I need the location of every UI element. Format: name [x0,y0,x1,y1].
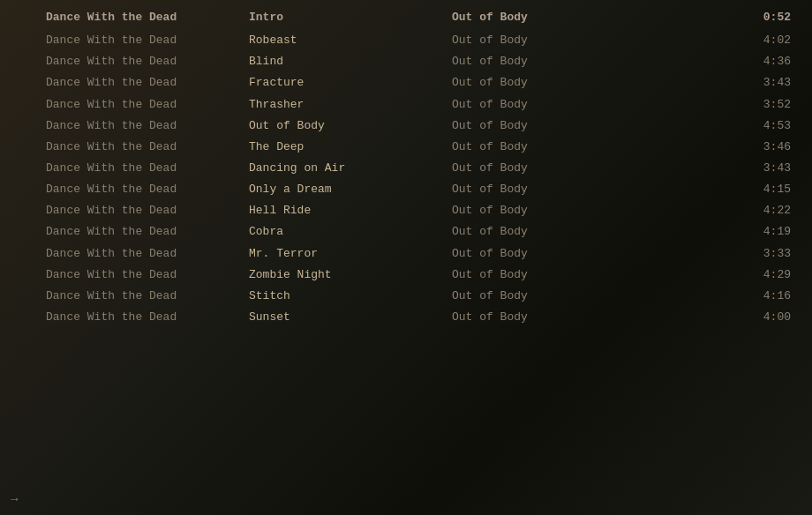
track-artist: Dance With the Dead [46,181,249,198]
track-list-header: Dance With the Dead Intro Out of Body 0:… [0,7,812,30]
track-artist: Dance With the Dead [46,309,249,326]
header-album: Out of Body [452,9,646,26]
track-row[interactable]: Dance With the DeadDancing on AirOut of … [0,158,812,179]
track-title: Fracture [249,74,452,92]
track-row[interactable]: Dance With the DeadThe DeepOut of Body3:… [0,137,812,158]
track-row[interactable]: Dance With the DeadCobraOut of Body4:19 [0,221,812,243]
track-album: Out of Body [452,287,646,305]
track-duration: 3:52 [646,96,798,114]
track-row[interactable]: Dance With the DeadZombie NightOut of Bo… [0,265,812,286]
track-artist: Dance With the Dead [46,160,249,177]
track-duration: 4:02 [646,32,798,49]
track-duration: 4:53 [646,117,798,135]
track-artist: Dance With the Dead [46,138,249,156]
track-title: Robeast [249,32,452,49]
track-artist: Dance With the Dead [46,223,249,241]
track-list: Dance With the Dead Intro Out of Body 0:… [0,0,812,335]
track-title: Blind [249,53,452,71]
track-row[interactable]: Dance With the DeadOnly a DreamOut of Bo… [0,179,812,200]
track-title: The Deep [249,138,452,156]
track-duration: 4:15 [646,181,798,198]
track-title: Hell Ride [249,202,452,220]
track-album: Out of Body [452,138,646,156]
track-row[interactable]: Dance With the DeadOut of BodyOut of Bod… [0,116,812,137]
track-artist: Dance With the Dead [46,53,249,71]
track-album: Out of Body [452,309,646,326]
track-artist: Dance With the Dead [46,202,249,220]
header-duration: 0:52 [646,9,798,26]
track-album: Out of Body [452,53,646,71]
track-album: Out of Body [452,266,646,284]
track-duration: 4:36 [646,53,798,71]
track-row[interactable]: Dance With the DeadMr. TerrorOut of Body… [0,243,812,265]
track-artist: Dance With the Dead [46,96,249,114]
track-album: Out of Body [452,96,646,114]
track-duration: 3:43 [646,74,798,92]
track-title: Cobra [249,223,452,241]
header-artist: Dance With the Dead [46,9,249,26]
track-row[interactable]: Dance With the DeadThrasherOut of Body3:… [0,94,812,116]
track-artist: Dance With the Dead [46,287,249,305]
track-artist: Dance With the Dead [46,74,249,92]
track-row[interactable]: Dance With the DeadStitchOut of Body4:16 [0,286,812,307]
track-album: Out of Body [452,202,646,220]
track-duration: 4:00 [646,309,798,326]
track-artist: Dance With the Dead [46,245,249,263]
track-duration: 4:29 [646,266,798,284]
track-title: Out of Body [249,117,452,135]
track-row[interactable]: Dance With the DeadRobeastOut of Body4:0… [0,30,812,51]
track-title: Zombie Night [249,266,452,284]
track-row[interactable]: Dance With the DeadHell RideOut of Body4… [0,200,812,221]
track-album: Out of Body [452,181,646,198]
track-title: Dancing on Air [249,160,452,177]
track-album: Out of Body [452,32,646,49]
track-duration: 4:16 [646,287,798,305]
track-artist: Dance With the Dead [46,117,249,135]
track-album: Out of Body [452,245,646,263]
track-row[interactable]: Dance With the DeadFractureOut of Body3:… [0,72,812,93]
track-title: Only a Dream [249,181,452,198]
track-title: Sunset [249,309,452,326]
header-title: Intro [249,9,452,26]
track-album: Out of Body [452,117,646,135]
track-duration: 3:43 [646,160,798,177]
track-row[interactable]: Dance With the DeadBlindOut of Body4:36 [0,51,812,72]
track-duration: 4:19 [646,223,798,241]
track-artist: Dance With the Dead [46,32,249,49]
track-row[interactable]: Dance With the DeadSunsetOut of Body4:00 [0,307,812,328]
track-duration: 4:22 [646,202,798,220]
track-title: Thrasher [249,96,452,114]
arrow-indicator: → [11,492,18,506]
track-album: Out of Body [452,74,646,92]
track-title: Stitch [249,287,452,305]
track-artist: Dance With the Dead [46,266,249,284]
track-title: Mr. Terror [249,245,452,263]
track-duration: 3:46 [646,138,798,156]
track-album: Out of Body [452,223,646,241]
track-album: Out of Body [452,160,646,177]
track-duration: 3:33 [646,245,798,263]
